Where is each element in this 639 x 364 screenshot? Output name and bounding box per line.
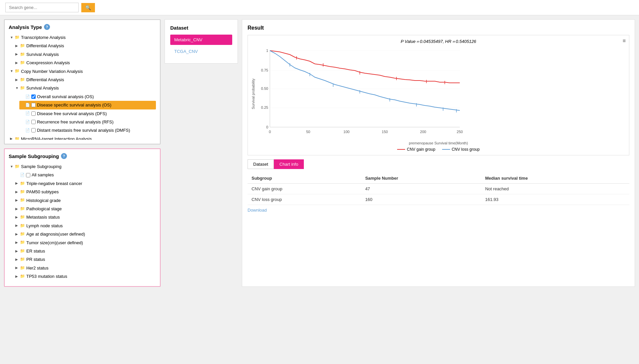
arrow-icon: ▶ [15, 257, 19, 263]
tree-item-cnv-dfs[interactable]: 📄 Disease free survival analysis (DFS) [19, 109, 156, 118]
svg-text:50: 50 [306, 130, 310, 134]
tree-item-menopause[interactable]: ▼ 📁 Menopause status [14, 280, 156, 282]
search-input[interactable]: BRCA1 [5, 3, 79, 12]
folder-icon: 📁 [20, 231, 25, 238]
tab-chart-info[interactable]: Chart info [274, 159, 304, 169]
tree-cnv: ▼ 📁 Copy Number Variation Analysis ▶ 📁 D [9, 67, 156, 135]
folder-icon: 📁 [20, 188, 25, 196]
y-axis-label: Survival probability [251, 79, 255, 109]
tree-item-pathological[interactable]: ▶ 📁 Pathological stage [14, 205, 156, 213]
tree-item-pr[interactable]: ▶ 📁 PR status [14, 255, 156, 264]
all-samples-checkbox[interactable] [26, 173, 30, 177]
tree-item-er[interactable]: ▶ 📁 ER status [14, 247, 156, 255]
legend-label-gain: CNV gain group [407, 147, 435, 152]
tab-dataset[interactable]: Dataset [248, 159, 274, 169]
arrow-icon: ▶ [15, 197, 19, 203]
chart-menu-icon[interactable]: ≡ [623, 38, 626, 44]
svg-text:250: 250 [457, 130, 463, 134]
cnv-rfs-checkbox[interactable] [31, 120, 36, 124]
tree-cnv-os: 📄 Overall survival analysis (OS) [19, 92, 156, 101]
tree-pathological: ▶ 📁 Pathological stage [14, 205, 156, 213]
analysis-type-tree-container: ▼ 📁 Transcriptome Analysis ▶ 📁 Different [9, 33, 156, 140]
tree-item-tp53[interactable]: ▶ 📁 TP53 mutation status [14, 272, 156, 280]
folder-icon: 📁 [15, 68, 20, 75]
arrow-icon: ▶ [15, 231, 19, 237]
table-cell-subgroup-2: CNV loss group [248, 194, 361, 205]
table-row: CNV gain group 47 Not reached [248, 184, 629, 194]
sample-subgrouping-panel: Sample Subgrouping ? ▼ 📁 Sample Subgroup… [4, 148, 161, 287]
tree-menopause: ▼ 📁 Menopause status 📄 [14, 280, 156, 282]
file-icon: 📄 [20, 172, 25, 178]
cnv-dmfs-checkbox[interactable] [31, 128, 36, 132]
tree-item-cnv[interactable]: ▼ 📁 Copy Number Variation Analysis [9, 67, 156, 76]
download-link[interactable]: Download [248, 208, 267, 213]
arrow-icon: ▶ [15, 240, 19, 246]
tree-item-cnv-diff[interactable]: ▶ 📁 Differential Analysis [14, 76, 156, 84]
folder-icon: 📁 [20, 256, 25, 263]
tree-item-metastasis[interactable]: ▶ 📁 Metastasis status [14, 213, 156, 221]
right-column: Result P Value＝0.04535497, HR＝0.5405126 … [242, 19, 635, 287]
tree-item-trans-coexp[interactable]: ▶ 📁 Coexpression Analysis [14, 59, 156, 67]
tree-item-histological[interactable]: ▶ 📁 Histological grade [14, 196, 156, 205]
tree-item-cnv-dss[interactable]: 📄 Disease specific survival analysis (OS… [19, 101, 156, 109]
tree-item-trans-survival[interactable]: ▶ 📁 Survival Analysis [14, 50, 156, 59]
svg-text:0.75: 0.75 [261, 68, 268, 72]
tree-item-her2[interactable]: ▶ 📁 Her2 status [14, 264, 156, 272]
tree-item-lymph[interactable]: ▶ 📁 Lymph node status [14, 222, 156, 230]
tree-sample-root: ▼ 📁 Sample Subgrouping 📄 [9, 162, 156, 282]
arrow-icon: ▶ [15, 189, 19, 195]
tree-trans-coexp: ▶ 📁 Coexpression Analysis [14, 59, 156, 67]
tree-item-mirna[interactable]: ▶ 📁 MicroRNA-target Interaction Analysis [9, 135, 156, 140]
folder-icon: 📁 [20, 180, 25, 187]
tree-item-cnv-os[interactable]: 📄 Overall survival analysis (OS) [19, 92, 156, 101]
tree-item-pam50[interactable]: ▶ 📁 PAM50 subtypes [14, 188, 156, 196]
tree-age: ▶ 📁 Age at diagnosis(user defined) [14, 230, 156, 238]
survival-chart: 1 0.75 0.50 0.25 0 0 50 100 150 200 250 [257, 47, 463, 140]
folder-icon: 📁 [20, 59, 25, 67]
legend-line-loss [442, 149, 450, 150]
result-title: Result [248, 25, 629, 31]
tree-item-cnv-dmfs[interactable]: 📄 Distant metastasis free survival analy… [19, 126, 156, 134]
dataset-metabric-button[interactable]: Metabric_CNV [170, 35, 232, 45]
table-cell-sample-2: 160 [361, 194, 481, 205]
table-header-subgroup: Subgroup [248, 173, 361, 184]
tree-item-tumor-size[interactable]: ▶ 📁 Tumor size(cm)(user defined) [14, 239, 156, 247]
tree-triple-neg: ▶ 📁 Triple-negative breast cancer [14, 179, 156, 188]
folder-icon: 📁 [20, 239, 25, 246]
arrow-icon: ▼ [10, 35, 13, 41]
tree-cnv-dss: 📄 Disease specific survival analysis (OS… [19, 101, 156, 109]
folder-icon: 📁 [15, 163, 20, 170]
tree-pam50: ▶ 📁 PAM50 subtypes [14, 188, 156, 196]
tree-trans-survival: ▶ 📁 Survival Analysis [14, 50, 156, 59]
tree-item-trans-diff[interactable]: ▶ 📁 Differential Analysis [14, 42, 156, 50]
table-cell-median-1: Not reached [481, 184, 629, 194]
cnv-dss-checkbox[interactable] [31, 103, 36, 107]
tree-item-cnv-survival[interactable]: ▼ 📁 Survival Analysis [14, 84, 156, 92]
arrow-icon: ▶ [15, 180, 19, 186]
svg-text:200: 200 [420, 130, 426, 134]
tree-transcriptome: ▼ 📁 Transcriptome Analysis ▶ 📁 Different [9, 33, 156, 67]
arrow-icon: ▶ [15, 273, 19, 279]
tree-item-cnv-rfs[interactable]: 📄 Recurrence free survival analysis (RFS… [19, 118, 156, 126]
tree-item-all-samples[interactable]: 📄 All samples [14, 171, 156, 179]
tree-item-sample-root[interactable]: ▼ 📁 Sample Subgrouping [9, 162, 156, 171]
analysis-type-help-icon[interactable]: ? [44, 24, 50, 30]
tree-cnv-dfs: 📄 Disease free survival analysis (DFS) [19, 109, 156, 118]
tree-item-triple-neg[interactable]: ▶ 📁 Triple-negative breast cancer [14, 179, 156, 188]
chart-svg-container: Survival probability 1 0.75 0.50 0.25 0 [251, 47, 626, 140]
sample-subgrouping-help-icon[interactable]: ? [61, 153, 67, 159]
svg-text:1: 1 [266, 49, 268, 53]
folder-icon: 📁 [15, 34, 20, 41]
legend-item-cnv-gain: CNV gain group [397, 147, 435, 152]
file-icon: 📄 [25, 102, 30, 108]
table-cell-subgroup-1: CNV gain group [248, 184, 361, 194]
cnv-dfs-checkbox[interactable] [31, 111, 36, 116]
x-axis-label: premenopause Survival time(Month) [251, 141, 626, 145]
dataset-tcga-button[interactable]: TCGA_CNV [170, 46, 232, 57]
left-column: Analysis Type ? ▼ 📁 Transcriptome Analys… [4, 19, 161, 287]
tree-item-transcriptome[interactable]: ▼ 📁 Transcriptome Analysis [9, 33, 156, 42]
cnv-os-checkbox[interactable] [31, 94, 36, 99]
tree-item-age[interactable]: ▶ 📁 Age at diagnosis(user defined) [14, 230, 156, 238]
search-button[interactable]: 🔍 [81, 3, 95, 12]
arrow-icon: ▼ [10, 68, 13, 74]
